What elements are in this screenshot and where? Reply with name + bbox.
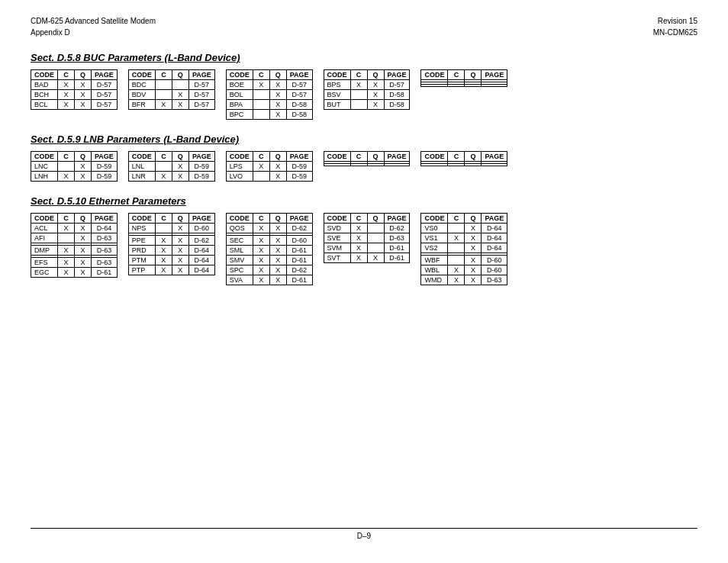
value-cell: [448, 164, 465, 166]
value-cell: X: [253, 246, 269, 256]
col-header: Q: [75, 214, 92, 224]
value-cell: [253, 172, 269, 182]
value-cell: X: [253, 275, 269, 285]
col-header: C: [448, 70, 465, 80]
value-cell: X: [350, 233, 367, 243]
code-cell: SVM: [324, 243, 350, 253]
table-row: SPCXXD-62: [226, 265, 312, 275]
header-left: CDM-625 Advanced Satellite Modem Appendi…: [31, 15, 697, 38]
value-cell: [253, 100, 269, 110]
value-cell: D-62: [286, 265, 312, 275]
col-header: C: [155, 70, 172, 80]
table-row: BPCXD-58: [226, 110, 312, 120]
code-table: CODECQPAGENPSXD-60PPEXXD-62PRDXXD-64PTMX…: [128, 213, 215, 275]
col-header: Q: [367, 152, 384, 162]
value-cell: X: [172, 100, 188, 110]
table-row: PTPXXD-64: [128, 265, 214, 275]
tables-row: CODECQPAGEACLXXD-64AFIXD-63DMPXXD-63EFSX…: [31, 213, 697, 285]
table-row: ACLXXD-64: [31, 224, 118, 233]
value-cell: [448, 224, 465, 233]
value-cell: X: [75, 90, 92, 100]
value-cell: D-62: [384, 224, 410, 233]
value-cell: X: [75, 224, 92, 233]
value-cell: X: [58, 246, 75, 256]
value-cell: X: [269, 162, 286, 172]
table-row: SVTXXD-61: [324, 253, 410, 263]
col-header: PAGE: [482, 214, 507, 224]
col-header: Q: [367, 70, 384, 80]
col-header: C: [350, 70, 367, 80]
value-cell: [367, 233, 384, 243]
col-header: CODE: [226, 152, 253, 162]
table-row: LPSXXD-59: [226, 162, 312, 172]
section-ethernet: Sect. D.5.10 Ethernet ParametersCODECQPA…: [31, 195, 697, 285]
tables-row: CODECQPAGELNCXD-59LNHXXD-59CODECQPAGELNL…: [31, 151, 697, 182]
value-cell: X: [172, 256, 188, 265]
value-cell: X: [58, 258, 75, 268]
value-cell: X: [155, 265, 172, 275]
section-buc: Sect. D.5.8 BUC Parameters (L-Band Devic…: [31, 52, 697, 120]
col-header: PAGE: [92, 70, 118, 80]
header-right: Revision 15 MN-CDM625: [653, 15, 697, 38]
value-cell: X: [269, 100, 286, 110]
table-row: BOLXD-57: [226, 90, 312, 100]
table-row: SECXXD-60: [226, 236, 312, 246]
col-header: Q: [465, 214, 482, 224]
value-cell: [253, 90, 269, 100]
code-table: CODECQPAGELNCXD-59LNHXXD-59: [31, 151, 118, 182]
value-cell: X: [465, 256, 482, 265]
table-row: BCHXXD-57: [31, 90, 118, 100]
table-row: LNCXD-59: [31, 162, 118, 172]
table-row: [324, 164, 410, 166]
value-cell: D-57: [188, 80, 214, 90]
code-cell: EFS: [31, 258, 58, 268]
table-row: LNLXD-59: [128, 162, 214, 172]
value-cell: X: [58, 172, 75, 182]
code-cell: DMP: [31, 246, 58, 256]
value-cell: D-63: [384, 233, 410, 243]
col-header: Q: [172, 214, 188, 224]
code-cell: BPA: [226, 100, 253, 110]
col-header: C: [350, 214, 367, 224]
code-cell: LNL: [128, 162, 155, 172]
value-cell: D-64: [482, 233, 507, 243]
code-cell: VS1: [421, 233, 448, 243]
code-cell: LPS: [226, 162, 253, 172]
table-row: LNHXXD-59: [31, 172, 118, 182]
section-title-ethernet: Sect. D.5.10 Ethernet Parameters: [31, 195, 697, 207]
code-table: CODECQPAGELPSXXD-59LVOXD-59: [226, 151, 313, 182]
value-cell: D-57: [384, 80, 410, 90]
col-header: C: [253, 152, 269, 162]
code-cell: BCL: [31, 100, 58, 110]
table-row: SMVXXD-61: [226, 256, 312, 265]
code-cell: NPS: [128, 224, 155, 233]
value-cell: D-63: [482, 275, 507, 285]
tables-row: CODECQPAGEBADXXD-57BCHXXD-57BCLXXD-57COD…: [31, 69, 697, 120]
col-header: C: [58, 214, 75, 224]
table-row: VS2XD-64: [421, 243, 507, 253]
value-cell: D-59: [188, 172, 214, 182]
code-table: CODECQPAGEACLXXD-64AFIXD-63DMPXXD-63EFSX…: [31, 213, 118, 278]
code-cell: BPC: [226, 110, 253, 120]
code-cell: PTM: [128, 256, 155, 265]
value-cell: X: [58, 100, 75, 110]
value-cell: D-59: [92, 172, 118, 182]
value-cell: [448, 85, 465, 87]
value-cell: [253, 110, 269, 120]
value-cell: D-57: [286, 80, 312, 90]
col-header: Q: [75, 70, 92, 80]
value-cell: [482, 85, 507, 87]
col-header: CODE: [324, 70, 350, 80]
value-cell: D-62: [188, 236, 214, 246]
value-cell: D-63: [92, 246, 118, 256]
table-row: VS1XXD-64: [421, 233, 507, 243]
table-row: LNRXXD-59: [128, 172, 214, 182]
value-cell: X: [155, 172, 172, 182]
value-cell: X: [367, 80, 384, 90]
value-cell: X: [58, 268, 75, 278]
code-cell: BSV: [324, 90, 350, 100]
code-cell: WMD: [421, 275, 448, 285]
col-header: PAGE: [286, 70, 312, 80]
table-row: SVMXD-61: [324, 243, 410, 253]
col-header: PAGE: [188, 214, 214, 224]
